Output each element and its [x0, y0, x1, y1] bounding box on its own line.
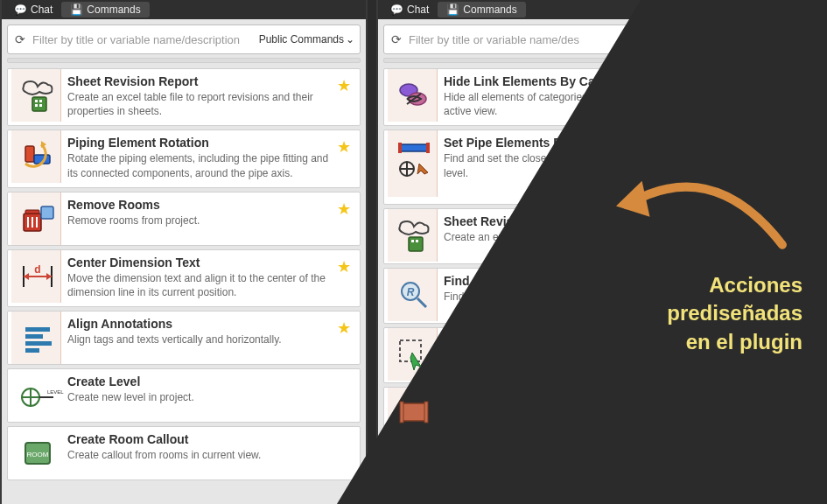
tabs-bar: 💬Chat 💾Commands [2, 0, 366, 19]
svg-text:R: R [407, 286, 415, 298]
item-title: Create Level [67, 374, 351, 388]
commands-list-left: Sheet Revision Report Create an excel ta… [2, 58, 366, 504]
star-icon[interactable]: ★ [333, 317, 354, 340]
tab-chat[interactable]: 💬Chat [382, 2, 438, 18]
svg-text:d: d [34, 263, 40, 276]
duct-icon [395, 395, 433, 433]
list-item[interactable]: ROOM Create Room Callout Create callout … [7, 426, 361, 480]
sheet-revision-icon [18, 76, 57, 115]
align-lines-icon [18, 318, 57, 357]
svg-rect-41 [409, 237, 423, 251]
caption-line: Acciones [667, 271, 802, 299]
item-desc: Align tags and texts vertically and hori… [67, 332, 330, 346]
filter-row: ⟳ Public Commands⌄ [7, 24, 361, 54]
tab-chat-label: Chat [407, 4, 429, 16]
star-icon[interactable]: ★ [333, 136, 354, 158]
list-item[interactable]: Align Annotations Align tags and texts v… [7, 311, 361, 365]
svg-point-32 [409, 93, 426, 105]
refresh-icon[interactable]: ⟳ [389, 31, 403, 48]
svg-rect-35 [398, 143, 402, 153]
filter-input[interactable] [32, 33, 254, 46]
svg-rect-50 [400, 402, 403, 423]
pipe-reference-icon [395, 137, 433, 190]
svg-rect-1 [35, 100, 38, 102]
star-icon[interactable]: ★ [333, 256, 354, 278]
item-title: Center Dimension Text [67, 256, 330, 270]
list-item[interactable]: Piping Element Rotation Rotate the pipin… [7, 130, 361, 187]
svg-marker-52 [612, 181, 652, 225]
svg-text:ROOM: ROOM [27, 451, 49, 458]
sheet-revision-icon [395, 216, 433, 255]
caption-line: prediseñadas [667, 299, 802, 327]
item-desc: Move the dimension text and align it to … [67, 271, 330, 299]
left-panel: 💬Chat 💾Commands ⟳ Public Commands⌄ Sheet… [0, 0, 368, 504]
list-item[interactable]: d Center Dimension Text Move the dimensi… [7, 249, 361, 307]
chat-icon: 💬 [390, 4, 403, 15]
scope-dropdown[interactable]: Public Commands⌄ [259, 33, 354, 46]
tab-commands[interactable]: 💾Commands [438, 2, 525, 18]
caption-text: Acciones prediseñadas en el plugin [667, 271, 802, 356]
list-top-spacer [7, 58, 361, 63]
svg-rect-4 [39, 104, 42, 107]
tab-chat[interactable]: 💬Chat [5, 2, 61, 18]
svg-rect-9 [25, 210, 39, 214]
item-desc: Remove rooms from project. [67, 214, 330, 228]
svg-marker-40 [417, 164, 428, 174]
delete-room-icon [18, 200, 57, 238]
caption-line: en el plugin [667, 328, 802, 356]
svg-rect-36 [426, 143, 430, 153]
svg-rect-21 [25, 334, 43, 339]
svg-text:LEVEL: LEVEL [47, 389, 64, 395]
svg-rect-2 [39, 100, 42, 102]
item-desc: Create callout from rooms in current vie… [67, 448, 351, 462]
svg-rect-34 [400, 144, 428, 151]
svg-rect-43 [416, 240, 418, 242]
item-desc: Rotate the piping elements, including th… [67, 151, 330, 179]
hide-category-icon [395, 76, 433, 115]
item-title: Piping Element Rotation [67, 136, 330, 150]
chat-icon: 💬 [14, 4, 27, 15]
item-title: Remove Rooms [67, 198, 330, 212]
svg-line-46 [417, 298, 426, 307]
item-desc: Create an excel table file to report rev… [67, 90, 330, 118]
item-title: Create Room Callout [67, 432, 351, 446]
svg-rect-5 [25, 146, 34, 162]
save-icon: 💾 [70, 4, 83, 15]
list-item[interactable]: Sheet Revision Report Create an excel ta… [7, 68, 361, 126]
save-icon: 💾 [446, 4, 459, 15]
tab-commands-label: Commands [87, 4, 140, 16]
room-callout-icon: ROOM [18, 434, 57, 472]
list-item[interactable]: Remove Rooms Remove rooms from project. … [7, 192, 361, 246]
svg-rect-3 [35, 104, 38, 107]
scope-label: Public Commands [259, 33, 344, 46]
svg-rect-22 [25, 341, 52, 346]
star-icon[interactable]: ★ [333, 74, 354, 97]
center-dimension-icon: d [18, 257, 57, 296]
chevron-down-icon: ⌄ [346, 33, 354, 46]
refresh-icon[interactable]: ⟳ [13, 31, 27, 48]
svg-rect-49 [402, 403, 426, 421]
tab-chat-label: Chat [31, 4, 53, 16]
svg-rect-23 [25, 348, 39, 353]
level-icon: LEVEL [18, 376, 57, 415]
item-title: Sheet Revision Report [67, 74, 330, 88]
svg-rect-42 [411, 240, 414, 242]
svg-rect-13 [41, 206, 53, 219]
list-item[interactable]: LEVEL Create Level Create new level in p… [7, 368, 361, 423]
svg-rect-51 [424, 402, 428, 423]
cursor-select-icon [395, 335, 433, 374]
svg-rect-20 [25, 327, 50, 332]
tab-commands[interactable]: 💾Commands [61, 2, 149, 18]
item-desc: Create new level in project. [67, 390, 351, 404]
tab-commands-label: Commands [463, 4, 516, 16]
star-icon[interactable]: ★ [333, 198, 354, 220]
item-title: Align Annotations [67, 317, 330, 331]
piping-rotation-icon [18, 137, 57, 176]
search-rename-icon: R [395, 276, 433, 314]
